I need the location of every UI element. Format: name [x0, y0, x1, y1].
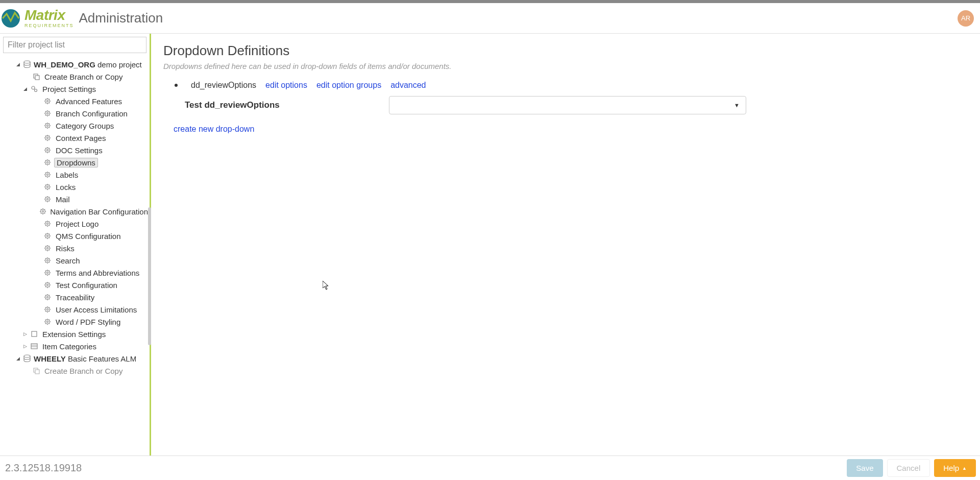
- svg-line-15: [49, 99, 50, 100]
- svg-line-45: [49, 136, 50, 136]
- svg-rect-3: [35, 76, 39, 80]
- svg-line-72: [45, 173, 46, 173]
- svg-line-25: [49, 111, 50, 112]
- svg-line-93: [49, 201, 50, 201]
- svg-line-163: [49, 286, 50, 287]
- project-filter-input[interactable]: [3, 37, 146, 53]
- tree-item-categories[interactable]: ▷ Item Categories: [3, 340, 150, 352]
- svg-point-117: [46, 235, 48, 236]
- svg-line-35: [49, 124, 50, 124]
- tree-item-nav-bar[interactable]: Navigation Bar Configuration: [3, 205, 150, 218]
- tree-label: Risks: [54, 244, 76, 253]
- svg-point-0: [2, 9, 20, 28]
- edit-options-link[interactable]: edit options: [265, 81, 307, 90]
- svg-point-17: [46, 112, 48, 114]
- svg-line-192: [45, 320, 46, 320]
- chevron-down-icon: ▼: [734, 102, 740, 108]
- gears-icon: [30, 85, 39, 93]
- tree-label: Create Branch or Copy: [43, 72, 124, 82]
- tree-item-context-pages[interactable]: Context Pages: [3, 132, 150, 144]
- tree-label: WHEELY Basic Features ALM: [34, 354, 136, 363]
- svg-point-27: [46, 125, 48, 126]
- tree-label: Locks: [54, 182, 77, 192]
- tree-label: Project Settings: [41, 84, 97, 94]
- tree-item-terms[interactable]: Terms and Abbreviations: [3, 267, 150, 279]
- tree-item-traceability[interactable]: Traceability: [3, 291, 150, 303]
- svg-point-67: [46, 174, 48, 175]
- project-tree: ◢ WH_DEMO_ORG demo project Create Branch…: [0, 55, 150, 455]
- tree-item-word-pdf[interactable]: Word / PDF Styling: [3, 316, 150, 328]
- gear-icon: [43, 318, 52, 325]
- tree-label: Advanced Features: [54, 97, 124, 106]
- svg-line-133: [49, 250, 50, 250]
- svg-line-63: [49, 164, 50, 164]
- svg-line-33: [49, 127, 50, 128]
- create-new-dropdown-link[interactable]: create new drop-down: [174, 125, 254, 134]
- dropdown-definition-row: dd_reviewOptions edit options edit optio…: [175, 81, 968, 90]
- svg-line-43: [49, 139, 50, 140]
- tree-item-project-logo[interactable]: Project Logo: [3, 218, 150, 230]
- tree-item-qms[interactable]: QMS Configuration: [3, 230, 150, 242]
- svg-line-184: [45, 311, 46, 311]
- svg-line-55: [49, 148, 50, 149]
- caret-down-icon: ◢: [22, 86, 28, 91]
- test-dropdown-select[interactable]: ▼: [389, 96, 746, 114]
- svg-line-125: [49, 234, 50, 234]
- tree-item-branch-config[interactable]: Branch Configuration: [3, 107, 150, 119]
- tree-project-wh-demo[interactable]: ◢ WH_DEMO_ORG demo project: [3, 58, 150, 70]
- svg-line-114: [45, 225, 46, 226]
- caret-down-icon: ◢: [15, 356, 20, 361]
- svg-point-4: [32, 86, 35, 89]
- tree-project-settings[interactable]: ◢ Project Settings: [3, 83, 150, 95]
- tree-label: Dropdowns: [54, 158, 98, 167]
- tree-extension-settings[interactable]: ▷ Extension Settings: [3, 328, 150, 340]
- gear-icon: [43, 134, 52, 141]
- svg-line-75: [49, 173, 50, 173]
- tree-item-search[interactable]: Search: [3, 254, 150, 267]
- svg-line-42: [45, 136, 46, 136]
- tree-item-risks[interactable]: Risks: [3, 242, 150, 254]
- svg-point-147: [46, 272, 48, 273]
- tree-item-doc-settings[interactable]: DOC Settings: [3, 144, 150, 156]
- svg-line-95: [49, 197, 50, 198]
- svg-line-195: [49, 320, 50, 320]
- advanced-link[interactable]: advanced: [390, 81, 426, 90]
- svg-line-85: [49, 185, 50, 185]
- svg-line-13: [49, 103, 50, 103]
- tree-label: Navigation Bar Configuration: [48, 207, 150, 217]
- tree-item-labels[interactable]: Labels: [3, 169, 150, 181]
- tree-item-dropdowns[interactable]: Dropdowns: [3, 156, 150, 169]
- tree-item-test-config[interactable]: Test Configuration: [3, 279, 150, 291]
- sidebar-scrollbar[interactable]: [148, 207, 151, 345]
- user-avatar[interactable]: AR: [958, 10, 974, 27]
- svg-line-105: [44, 209, 45, 210]
- tree-label: Branch Configuration: [54, 109, 129, 118]
- logo[interactable]: Matrix REQUIREMENTS: [0, 8, 74, 29]
- svg-point-107: [46, 223, 48, 224]
- tree-item-mail[interactable]: Mail: [3, 193, 150, 205]
- svg-point-37: [46, 137, 48, 138]
- tree-label: User Access Limitations: [54, 305, 138, 315]
- svg-line-14: [45, 103, 46, 103]
- svg-line-12: [45, 99, 46, 100]
- svg-point-47: [46, 149, 48, 151]
- svg-point-7: [46, 100, 48, 102]
- tree-item-user-access[interactable]: User Access Limitations: [3, 303, 150, 316]
- tree-label: Labels: [54, 170, 80, 180]
- gear-icon: [43, 220, 52, 227]
- tree-item-advanced-features[interactable]: Advanced Features: [3, 95, 150, 107]
- edit-option-groups-link[interactable]: edit option groups: [316, 81, 381, 90]
- tree-project-wheely[interactable]: ◢ WHEELY Basic Features ALM: [3, 352, 150, 365]
- svg-rect-197: [31, 344, 37, 349]
- svg-line-65: [49, 160, 50, 161]
- svg-point-97: [42, 210, 44, 212]
- tree-create-branch[interactable]: Create Branch or Copy: [3, 70, 150, 83]
- tree-label: Item Categories: [41, 342, 98, 351]
- tree-item-locks[interactable]: Locks: [3, 181, 150, 193]
- copy-icon: [32, 367, 41, 374]
- svg-line-74: [45, 176, 46, 177]
- bullet-icon: [175, 84, 178, 87]
- gear-icon: [43, 171, 52, 178]
- tree-create-branch-2[interactable]: Create Branch or Copy: [3, 365, 150, 377]
- tree-item-category-groups[interactable]: Category Groups: [3, 119, 150, 132]
